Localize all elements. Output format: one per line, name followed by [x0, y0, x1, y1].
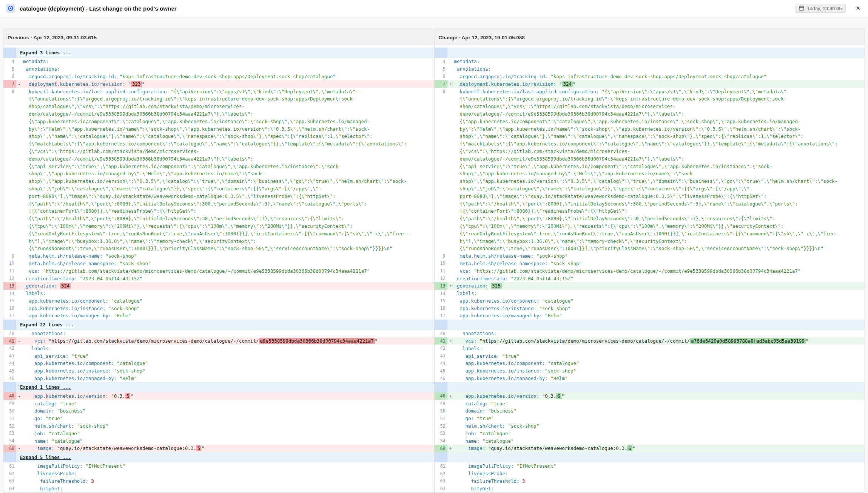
code-line: catalog: "true" — [22, 401, 434, 406]
line-number: 6 — [3, 73, 16, 80]
code-line: {\"vcs\":\"https://gitlab.com/stackvista… — [22, 148, 434, 154]
diff-sign: - — [16, 338, 22, 344]
line-number: 40 — [435, 330, 447, 337]
diff-row: port=8080\"],\"image\":\"quay.io/stackst… — [435, 192, 865, 200]
code-token: catalog: — [466, 401, 488, 406]
diff-row: 61imagePullPolicy: "IfNotPresent" — [3, 462, 434, 470]
line-number: 15 — [3, 297, 16, 305]
code-line: failureThreshold: 3 — [453, 478, 865, 484]
line-number — [435, 125, 447, 133]
code-token: {\"vcs\":\"https://gitlab.com/stackvista… — [29, 148, 199, 154]
expand-gutter — [435, 48, 447, 58]
diff-row: {\"vcs\":\"https://gitlab.com/stackvista… — [435, 148, 865, 155]
code-token: "sock-shop" — [74, 423, 108, 429]
code-line: helm.sh/chart: "sock-shop" — [22, 423, 434, 429]
diff-change-column: 4metadata:5annotations:6argocd.argoproj.… — [434, 45, 865, 492]
code-line: meta.helm.sh/release-name: "sock-shop" — [22, 253, 434, 259]
code-token: {\"app.kubernetes.io/component\":\"catal… — [29, 119, 370, 124]
code-line: {\"vcs\":\"https://gitlab.com/stackvista… — [453, 148, 865, 154]
diff-sign: - — [16, 81, 22, 87]
line-number — [3, 110, 16, 118]
code-line: app.kubernetes.io/instance: "sock-shop" — [22, 306, 434, 311]
code-token: " — [201, 445, 204, 451]
code-line: image: "quay.io/stackstate/weaveworksdem… — [22, 445, 434, 451]
code-line: {\"path\":\"/health\",\"port\":8080},\"i… — [453, 201, 865, 207]
line-number — [435, 133, 447, 140]
line-number: 5 — [435, 65, 447, 73]
code-token: demo/catalogue/-/commit/e9e5338599dbda30… — [460, 111, 685, 117]
code-token: shop\",\"app.kubernetes.io/managed-by\":… — [29, 171, 265, 176]
diff-row: h\"],\"image\":\"busybox:1.36.0\",\"name… — [435, 237, 865, 245]
diff-row: 53job: "catalogue" — [3, 430, 434, 437]
expand-link[interactable]: Expand 1 lines ... — [20, 384, 71, 390]
code-token: "catalogue" — [539, 298, 573, 304]
code-line: {\"annotations\":{\"argocd.argoproj.io/t… — [453, 96, 865, 102]
diff-row: {\"runAsNonRoot\":true,\"runAsUser\":100… — [435, 245, 865, 252]
code-token: creationTimestamp: — [26, 276, 77, 281]
diff-row: {\"cpu\":\"100m\",\"memory\":\"200Mi\"},… — [435, 223, 865, 230]
line-number — [3, 178, 16, 185]
code-line: app.kubernetes.io/managed-by: "Helm" — [22, 376, 434, 381]
diff-row: 46app.kubernetes.io/managed-by: "Helm" — [435, 375, 865, 382]
line-number — [3, 148, 16, 155]
line-number — [435, 117, 447, 125]
diff-row: {\"matchLabels\":{\"app.kubernetes.io/co… — [3, 140, 434, 148]
close-icon[interactable]: ✕ — [854, 4, 862, 12]
expand-link[interactable]: Expand 22 lines ... — [20, 322, 74, 328]
line-number — [435, 237, 447, 245]
line-number: 64 — [435, 485, 447, 492]
code-line: annotations: — [453, 331, 865, 336]
diff-row: 8kubectl.kubernetes.io/last-applied-conf… — [3, 88, 434, 95]
code-token: app.kubernetes.io/instance: — [466, 368, 542, 374]
diff-sign: + — [447, 338, 453, 344]
diff-row: 16app.kubernetes.io/instance: "sock-shop… — [435, 304, 865, 312]
code-token: " — [632, 445, 635, 451]
line-number — [3, 200, 16, 207]
code-token: job: — [34, 431, 46, 436]
code-token: annotations: — [457, 66, 491, 72]
code-token: "https://gitlab.com/stackvista/demo/micr… — [471, 268, 801, 274]
code-line: annotations: — [453, 66, 865, 72]
diff-row: 15app.kubernetes.io/component: "catalogu… — [435, 297, 865, 305]
code-token: generation: — [26, 283, 57, 289]
code-token: port=8080\"],\"image\":\"quay.io/stackst… — [460, 193, 767, 199]
line-number: 13 — [3, 282, 16, 290]
line-number: 41 — [435, 337, 447, 345]
diff-row: 45app.kubernetes.io/instance: "sock-shop… — [435, 367, 865, 375]
line-number: 10 — [435, 260, 447, 267]
code-line: deployment.kubernetes.io/revision: "323" — [22, 81, 434, 87]
code-token: demo/catalogue/-/commit/e9e5338599dbda30… — [29, 111, 253, 117]
code-line: creationTimestamp: "2023-04-05T14:43:15Z… — [22, 276, 434, 281]
code-token: {\"cpu\":\"100m\",\"memory\":\"200Mi\"},… — [460, 223, 784, 229]
line-number: 4 — [3, 58, 16, 65]
code-line: app.kubernetes.io/instance: "sock-shop" — [453, 368, 865, 374]
code-token: {\"readOnlyRootFilesystem\":true,\"runAs… — [460, 231, 840, 236]
diff-row: {\"annotations\":{\"argocd.argoproj.io/t… — [3, 95, 434, 103]
changed-token: 5 — [125, 393, 131, 399]
code-line: go: "true" — [453, 416, 865, 421]
diff-row: 15app.kubernetes.io/component: "catalogu… — [3, 297, 434, 305]
code-token: "Helm" — [111, 313, 131, 318]
code-token: "Helm" — [117, 376, 137, 381]
code-token: {\"vcs\":\"https://gitlab.com/stackvista… — [460, 148, 631, 154]
expand-link[interactable]: Expand 3 lines ... — [20, 50, 71, 56]
expand-gutter — [3, 382, 16, 392]
code-token: helm.sh/chart: — [34, 423, 74, 429]
code-line: app.kubernetes.io/instance: "sock-shop" — [453, 306, 865, 311]
line-number — [435, 162, 447, 170]
time-selector-button[interactable]: Today, 10:30:05 — [795, 4, 846, 13]
line-number — [3, 155, 16, 162]
line-number: 43 — [435, 352, 447, 360]
line-number: 45 — [435, 367, 447, 375]
diff-row: shop\",\"app.kubernetes.io/version\":\"0… — [435, 178, 865, 185]
code-token: " — [375, 338, 378, 344]
code-token: "catalogue" — [545, 360, 579, 366]
code-token: shop/catalogue\",\"vcs\":\"https://gitla… — [29, 104, 245, 109]
code-line: deployment.kubernetes.io/revision: "324" — [453, 81, 865, 87]
expand-link[interactable]: Expand 5 lines ... — [20, 454, 71, 460]
code-token: "catalogue" — [479, 438, 513, 444]
code-token: labels: — [32, 346, 52, 351]
diff-row-changed: 41+vcs: "https://gitlab.com/stackvista/d… — [435, 337, 865, 345]
code-token: "https://gitlab.com/stackvista/demo/micr… — [40, 268, 370, 274]
line-number: 17 — [3, 312, 16, 320]
